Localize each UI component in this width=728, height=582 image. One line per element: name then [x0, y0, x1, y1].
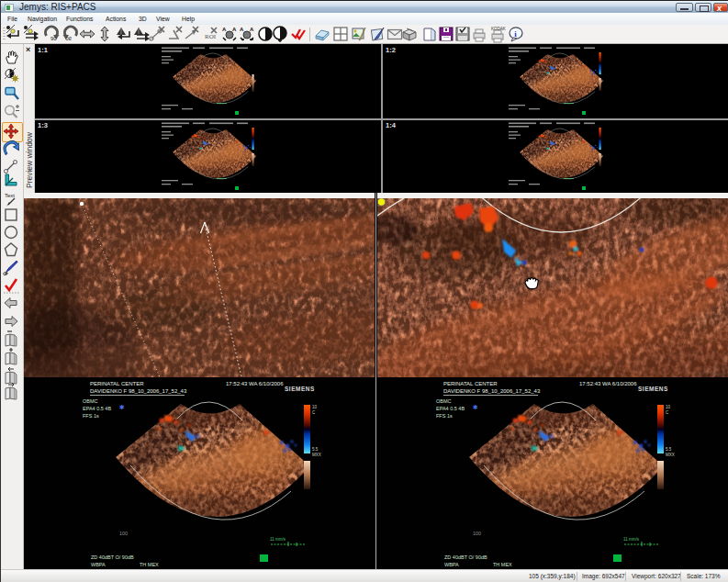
svg-text:KODAK: KODAK	[491, 27, 506, 31]
svg-text:ROI: ROI	[205, 33, 217, 40]
svg-text:Preview window: Preview window	[25, 131, 34, 188]
